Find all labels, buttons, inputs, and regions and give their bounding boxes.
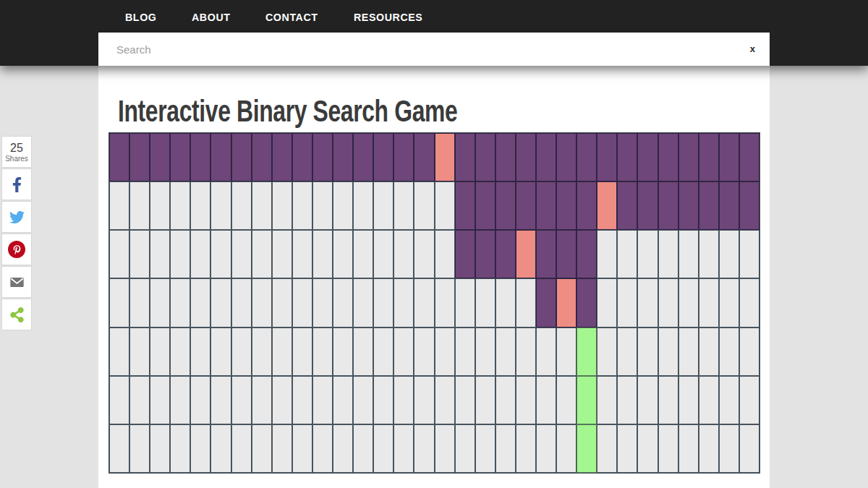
grid-cell-r6-c25[interactable]: [617, 424, 637, 473]
grid-cell-r5-c28[interactable]: [678, 376, 699, 424]
grid-cell-r3-c26[interactable]: [637, 278, 658, 327]
grid-cell-r4-c11[interactable]: [333, 328, 353, 376]
grid-cell-r0-c24[interactable]: [597, 133, 617, 181]
grid-cell-r1-c13[interactable]: [373, 181, 393, 230]
grid-cell-r2-c28[interactable]: [678, 230, 699, 278]
grid-cell-r2-c26[interactable]: [637, 230, 658, 278]
grid-cell-r2-c10[interactable]: [312, 230, 333, 278]
grid-cell-r5-c17[interactable]: [455, 376, 475, 424]
grid-cell-r3-c22[interactable]: [556, 278, 576, 327]
grid-cell-r3-c5[interactable]: [210, 278, 231, 327]
grid-cell-r3-c20[interactable]: [516, 278, 536, 327]
grid-cell-r2-c5[interactable]: [210, 230, 231, 278]
grid-cell-r4-c17[interactable]: [455, 328, 475, 376]
grid-cell-r2-c29[interactable]: [699, 230, 719, 278]
nav-item-blog[interactable]: BLOG: [125, 11, 156, 23]
grid-cell-r2-c25[interactable]: [617, 230, 637, 278]
grid-cell-r1-c11[interactable]: [333, 181, 353, 230]
grid-cell-r3-c10[interactable]: [312, 278, 333, 327]
share-email-button[interactable]: [1, 266, 32, 298]
share-facebook-button[interactable]: [1, 168, 32, 200]
grid-cell-r4-c16[interactable]: [435, 328, 455, 376]
grid-cell-r5-c26[interactable]: [637, 376, 658, 424]
grid-cell-r3-c11[interactable]: [333, 278, 353, 327]
grid-cell-r1-c0[interactable]: [109, 181, 129, 230]
grid-cell-r1-c31[interactable]: [739, 181, 760, 230]
share-twitter-button[interactable]: [1, 201, 32, 233]
grid-cell-r1-c3[interactable]: [170, 181, 190, 230]
grid-cell-r0-c2[interactable]: [150, 133, 170, 181]
grid-cell-r3-c25[interactable]: [617, 278, 637, 327]
grid-cell-r4-c3[interactable]: [170, 328, 190, 376]
grid-cell-r1-c9[interactable]: [292, 181, 312, 230]
grid-cell-r2-c18[interactable]: [475, 230, 495, 278]
grid-cell-r0-c18[interactable]: [475, 133, 495, 181]
grid-cell-r4-c23[interactable]: [576, 328, 597, 376]
grid-cell-r5-c22[interactable]: [556, 376, 576, 424]
grid-cell-r4-c14[interactable]: [393, 328, 414, 376]
grid-cell-r5-c30[interactable]: [719, 376, 739, 424]
grid-cell-r0-c7[interactable]: [252, 133, 272, 181]
grid-cell-r2-c11[interactable]: [333, 230, 353, 278]
grid-cell-r5-c24[interactable]: [597, 376, 617, 424]
grid-cell-r3-c9[interactable]: [292, 278, 312, 327]
grid-cell-r5-c23[interactable]: [576, 376, 597, 424]
grid-cell-r5-c5[interactable]: [210, 376, 231, 424]
grid-cell-r5-c18[interactable]: [475, 376, 495, 424]
grid-cell-r4-c5[interactable]: [210, 328, 231, 376]
share-more-button[interactable]: [1, 299, 32, 330]
grid-cell-r4-c29[interactable]: [699, 328, 719, 376]
grid-cell-r6-c15[interactable]: [414, 424, 434, 473]
grid-cell-r0-c19[interactable]: [495, 133, 516, 181]
grid-cell-r6-c5[interactable]: [210, 424, 231, 473]
grid-cell-r2-c8[interactable]: [272, 230, 292, 278]
grid-cell-r0-c31[interactable]: [739, 133, 760, 181]
grid-cell-r0-c0[interactable]: [109, 133, 129, 181]
grid-cell-r3-c21[interactable]: [536, 278, 556, 327]
grid-cell-r3-c1[interactable]: [129, 278, 150, 327]
grid-cell-r5-c19[interactable]: [495, 376, 516, 424]
grid-cell-r3-c13[interactable]: [373, 278, 393, 327]
grid-cell-r3-c17[interactable]: [455, 278, 475, 327]
grid-cell-r4-c27[interactable]: [658, 328, 678, 376]
grid-cell-r6-c24[interactable]: [597, 424, 617, 473]
grid-cell-r5-c2[interactable]: [150, 376, 170, 424]
grid-cell-r0-c30[interactable]: [719, 133, 739, 181]
grid-cell-r6-c20[interactable]: [516, 424, 536, 473]
grid-cell-r0-c3[interactable]: [170, 133, 190, 181]
grid-cell-r0-c13[interactable]: [373, 133, 393, 181]
grid-cell-r6-c23[interactable]: [576, 424, 597, 473]
grid-cell-r5-c13[interactable]: [373, 376, 393, 424]
grid-cell-r1-c4[interactable]: [190, 181, 210, 230]
grid-cell-r1-c7[interactable]: [252, 181, 272, 230]
grid-cell-r6-c7[interactable]: [252, 424, 272, 473]
grid-cell-r4-c28[interactable]: [678, 328, 699, 376]
grid-cell-r2-c30[interactable]: [719, 230, 739, 278]
grid-cell-r5-c8[interactable]: [272, 376, 292, 424]
grid-cell-r5-c11[interactable]: [333, 376, 353, 424]
grid-cell-r2-c23[interactable]: [576, 230, 597, 278]
grid-cell-r2-c0[interactable]: [109, 230, 129, 278]
grid-cell-r0-c28[interactable]: [678, 133, 699, 181]
grid-cell-r2-c17[interactable]: [455, 230, 475, 278]
grid-cell-r1-c12[interactable]: [353, 181, 373, 230]
grid-cell-r6-c3[interactable]: [170, 424, 190, 473]
grid-cell-r0-c15[interactable]: [414, 133, 434, 181]
grid-cell-r6-c30[interactable]: [719, 424, 739, 473]
grid-cell-r1-c16[interactable]: [435, 181, 455, 230]
grid-cell-r4-c22[interactable]: [556, 328, 576, 376]
grid-cell-r4-c4[interactable]: [190, 328, 210, 376]
grid-cell-r0-c17[interactable]: [455, 133, 475, 181]
grid-cell-r6-c14[interactable]: [393, 424, 414, 473]
grid-cell-r6-c12[interactable]: [353, 424, 373, 473]
grid-cell-r4-c6[interactable]: [231, 328, 252, 376]
grid-cell-r1-c19[interactable]: [495, 181, 516, 230]
grid-cell-r0-c29[interactable]: [699, 133, 719, 181]
grid-cell-r2-c7[interactable]: [252, 230, 272, 278]
grid-cell-r2-c9[interactable]: [292, 230, 312, 278]
grid-cell-r6-c6[interactable]: [231, 424, 252, 473]
grid-cell-r4-c1[interactable]: [129, 328, 150, 376]
grid-cell-r4-c15[interactable]: [414, 328, 434, 376]
grid-cell-r1-c6[interactable]: [231, 181, 252, 230]
grid-cell-r5-c20[interactable]: [516, 376, 536, 424]
